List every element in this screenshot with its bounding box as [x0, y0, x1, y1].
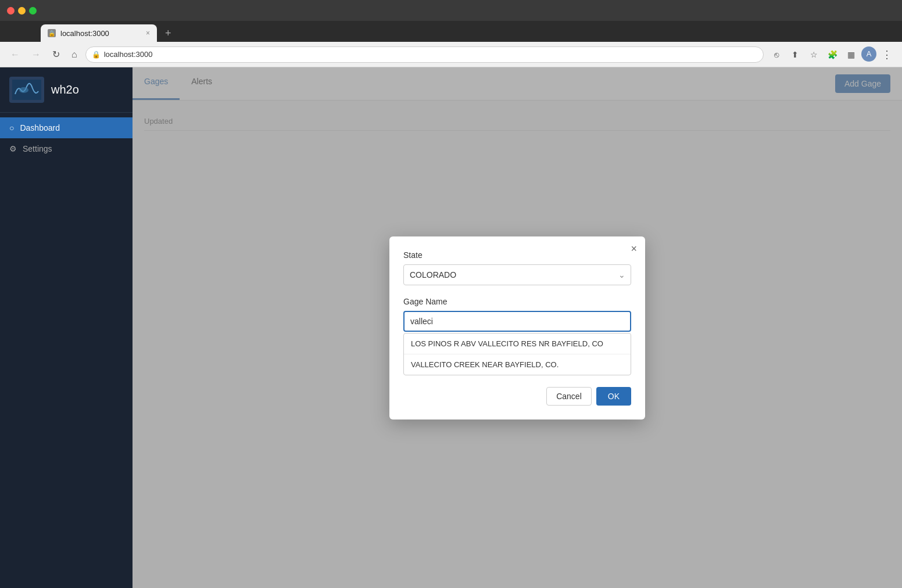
maximize-window-button[interactable]: [29, 7, 37, 15]
close-window-button[interactable]: [7, 7, 15, 15]
logo-text: wh2o: [51, 83, 79, 96]
sidebar-item-label-settings: Settings: [23, 144, 52, 153]
gage-name-field-group: Gage Name LOS PINOS R ABV VALLECITO RES …: [403, 297, 631, 375]
state-label: State: [403, 250, 631, 260]
modal-overlay: × State COLORADO Gage Name LOS PINOS R A: [133, 67, 902, 588]
modal-close-button[interactable]: ×: [631, 243, 637, 254]
settings-icon: ⚙: [9, 144, 17, 153]
app-container: wh2o ○ Dashboard ⚙ Settings Gages Ale: [0, 67, 902, 588]
home-button[interactable]: ⌂: [68, 47, 81, 62]
security-icon: 🔒: [92, 51, 101, 59]
browser-toolbar: ← → ↻ ⌂ 🔒 localhost:3000 ⎋ ⬆ ☆ 🧩 ▦ A ⋮: [0, 42, 902, 67]
back-button[interactable]: ←: [7, 47, 23, 62]
autocomplete-item-0[interactable]: LOS PINOS R ABV VALLECITO RES NR BAYFIEL…: [404, 334, 631, 354]
main-content: Gages Alerts Add Gage Updated ×: [133, 67, 902, 588]
more-options-button[interactable]: ⋮: [879, 46, 895, 63]
toolbar-icons: ⎋ ⬆ ☆ 🧩 ▦ A ⋮: [768, 46, 895, 63]
new-tab-button[interactable]: +: [162, 24, 175, 42]
traffic-lights: [7, 7, 37, 15]
sidebar: wh2o ○ Dashboard ⚙ Settings: [0, 67, 133, 588]
refresh-button[interactable]: ↻: [49, 46, 63, 62]
address-bar[interactable]: 🔒 localhost:3000: [85, 46, 764, 63]
state-select[interactable]: COLORADO: [403, 264, 631, 285]
extensions-icon[interactable]: 🧩: [824, 46, 840, 63]
gage-name-label: Gage Name: [403, 297, 631, 306]
state-select-wrapper: COLORADO: [403, 264, 631, 285]
cancel-button[interactable]: Cancel: [546, 387, 592, 406]
svg-point-1: [19, 87, 28, 93]
modal-actions: Cancel OK: [403, 387, 631, 406]
sidebar-item-label-dashboard: Dashboard: [20, 123, 60, 132]
state-value: COLORADO: [410, 270, 456, 279]
state-field-group: State COLORADO: [403, 250, 631, 285]
autocomplete-item-1[interactable]: VALLECITO CREEK NEAR BAYFIELD, CO.: [404, 354, 631, 375]
share-icon[interactable]: ⬆: [787, 46, 803, 63]
url-text: localhost:3000: [104, 50, 153, 59]
sidebar-toggle-icon[interactable]: ▦: [843, 46, 859, 63]
dashboard-icon: ○: [9, 123, 14, 132]
browser-titlebar: [0, 0, 902, 21]
tab-close-button[interactable]: ×: [146, 29, 150, 37]
sidebar-nav: ○ Dashboard ⚙ Settings: [0, 113, 133, 164]
sidebar-item-settings[interactable]: ⚙ Settings: [0, 138, 133, 159]
tab-title: localhost:3000: [60, 29, 109, 38]
forward-button[interactable]: →: [28, 47, 44, 62]
sidebar-logo: wh2o: [0, 67, 133, 113]
profile-avatar[interactable]: A: [861, 46, 876, 62]
bookmark-icon[interactable]: ☆: [806, 46, 822, 63]
minimize-window-button[interactable]: [18, 7, 26, 15]
sidebar-item-dashboard[interactable]: ○ Dashboard: [0, 117, 133, 138]
ok-button[interactable]: OK: [596, 387, 631, 406]
autocomplete-dropdown: LOS PINOS R ABV VALLECITO RES NR BAYFIEL…: [403, 333, 631, 375]
screen-share-icon[interactable]: ⎋: [768, 46, 785, 63]
tab-favicon: 🔒: [48, 29, 56, 37]
gage-name-input[interactable]: [403, 311, 631, 332]
logo-image: [9, 77, 44, 103]
active-tab[interactable]: 🔒 localhost:3000 ×: [41, 24, 157, 42]
add-gage-modal: × State COLORADO Gage Name LOS PINOS R A: [389, 236, 645, 420]
tab-bar: 🔒 localhost:3000 × +: [0, 21, 902, 42]
